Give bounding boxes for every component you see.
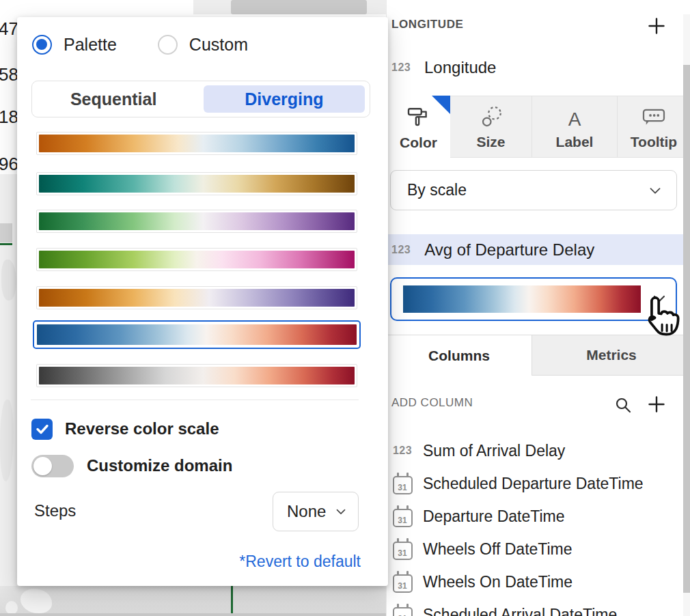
map-land-shape: [1, 260, 16, 300]
selected-value: None: [287, 502, 326, 521]
search-icon: [613, 395, 633, 415]
radio-custom-label[interactable]: Custom: [189, 35, 248, 55]
calendar-icon: 31: [391, 473, 414, 494]
speech-bubble-icon: [640, 100, 667, 131]
size-circles-icon: [478, 100, 505, 131]
selected-value: By scale: [407, 181, 646, 199]
map-shape: [0, 223, 12, 242]
column-name: Wheels Off DateTime: [423, 540, 572, 559]
vertical-scrollbar-thumb[interactable]: [683, 65, 690, 593]
palette-swatch-orange-blue[interactable]: [36, 132, 357, 155]
paint-roller-icon: [405, 100, 432, 132]
radio-palette-label[interactable]: Palette: [64, 35, 117, 55]
chevron-down-icon: [646, 182, 664, 199]
axis-tick-label: 96: [0, 154, 18, 174]
search-columns-button[interactable]: [612, 394, 634, 416]
divider: [31, 400, 359, 400]
palette-swatch-teal-brown[interactable]: [36, 172, 357, 195]
gradient-preview: [39, 367, 355, 384]
map-background-strip: [0, 586, 386, 616]
reverse-color-label: Reverse color scale: [65, 419, 219, 438]
tab-metrics[interactable]: Metrics: [532, 335, 690, 376]
add-field-button[interactable]: [646, 15, 667, 37]
tab-label: Tooltip: [631, 134, 677, 150]
axis-tick-label: 47: [0, 18, 18, 39]
column-name: Scheduled Arrival DateTime: [423, 606, 617, 616]
gradient-preview: [39, 251, 355, 268]
app-canvas: 47 58 18 96 LONGITUDE 123 Longitude: [0, 0, 690, 616]
palette-swatch-gray-red[interactable]: [36, 364, 357, 387]
letter-a-icon: A: [568, 100, 581, 131]
palette-swatch-blue-red[interactable]: [33, 320, 361, 349]
tab-columns[interactable]: Columns: [387, 335, 532, 376]
tab-label: Label: [556, 134, 594, 150]
palette-type-segmented-control: Sequential Diverging: [31, 81, 370, 117]
tab-label: Color: [400, 135, 437, 151]
number-type-icon: 123: [391, 244, 411, 256]
palette-swatch-green-pink[interactable]: [36, 248, 357, 271]
gradient-preview: [39, 135, 355, 152]
chevron-down-icon: [333, 504, 348, 519]
tab-tooltip[interactable]: Tooltip: [618, 96, 690, 158]
column-list-item[interactable]: 31Wheels On DateTime: [387, 568, 680, 596]
calendar-icon: 31: [391, 506, 414, 527]
map-land-shape: [0, 400, 14, 481]
segment-diverging[interactable]: Diverging: [204, 85, 365, 113]
horizontal-scrollbar-track[interactable]: [193, 0, 386, 14]
horizontal-scrollbar-thumb[interactable]: [231, 0, 367, 14]
gradient-preview: [39, 212, 355, 230]
vertical-scrollbar-track[interactable]: [683, 14, 690, 616]
map-grid-line: [231, 586, 233, 613]
customize-domain-label: Customize domain: [87, 456, 232, 475]
axis-tick-label: 18: [0, 107, 18, 127]
metric-name: Avg of Departure Delay: [424, 240, 594, 260]
number-type-icon: 123: [391, 61, 411, 74]
reverse-color-checkbox[interactable]: [31, 419, 53, 440]
check-icon: [34, 421, 51, 437]
column-list-item[interactable]: 31Scheduled Arrival DateTime: [387, 601, 680, 616]
map-grid-line: [0, 243, 12, 245]
radio-custom[interactable]: [158, 35, 178, 55]
calendar-icon: 31: [391, 572, 414, 593]
calendar-icon: 31: [391, 539, 414, 560]
palette-mode-radios: Palette Custom: [32, 33, 248, 56]
column-list-item[interactable]: 31Scheduled Departure DateTime: [387, 470, 680, 497]
customize-domain-row: Customize domain: [31, 454, 232, 477]
toggle-knob: [33, 457, 52, 475]
add-column-button[interactable]: [646, 393, 667, 415]
style-tabs: Color Size A Label: [387, 96, 690, 158]
number-type-icon: 123: [391, 445, 414, 457]
column-list-item[interactable]: 31Departure DateTime: [387, 503, 680, 530]
map-land-shape: [5, 601, 18, 615]
add-column-heading: ADD COLUMN: [391, 396, 473, 410]
radio-palette[interactable]: [32, 35, 52, 55]
steps-select[interactable]: None: [273, 492, 359, 531]
segment-sequential[interactable]: Sequential: [38, 85, 189, 113]
axis-tick-label: 58: [0, 64, 18, 85]
map-background-sliver: [0, 174, 19, 586]
steps-row: Steps None: [34, 492, 359, 533]
column-list-item[interactable]: 31Wheels Off DateTime: [387, 535, 680, 563]
revert-to-default-link[interactable]: *Revert to default: [239, 552, 361, 571]
column-list-item[interactable]: 123Sum of Arrival Delay: [387, 437, 680, 464]
gradient-scale-picker[interactable]: [390, 277, 677, 321]
column-name: Scheduled Departure DateTime: [423, 475, 644, 493]
metric-row[interactable]: 123 Avg of Departure Delay: [387, 234, 684, 265]
list-tabs: Columns Metrics: [387, 335, 690, 375]
tab-label: Size: [476, 134, 505, 150]
tab-color[interactable]: Color: [387, 96, 450, 158]
chart-axis-strip: 47 58 18 96: [0, 0, 19, 586]
field-name[interactable]: Longitude: [424, 57, 496, 78]
steps-label: Steps: [34, 501, 76, 520]
plus-icon: [647, 395, 666, 414]
customize-domain-toggle[interactable]: [31, 455, 74, 477]
color-mode-select[interactable]: By scale: [390, 170, 677, 210]
properties-panel: LONGITUDE 123 Longitude Color: [386, 0, 690, 616]
palette-swatch-green-purple[interactable]: [36, 210, 357, 233]
tab-label[interactable]: A Label: [532, 96, 618, 158]
column-name: Sum of Arrival Delay: [423, 442, 565, 460]
pointer-cursor-icon: [639, 292, 682, 340]
tab-size[interactable]: Size: [450, 96, 532, 158]
active-corner-marker: [432, 96, 450, 114]
palette-swatch-orange-purple[interactable]: [36, 286, 357, 309]
